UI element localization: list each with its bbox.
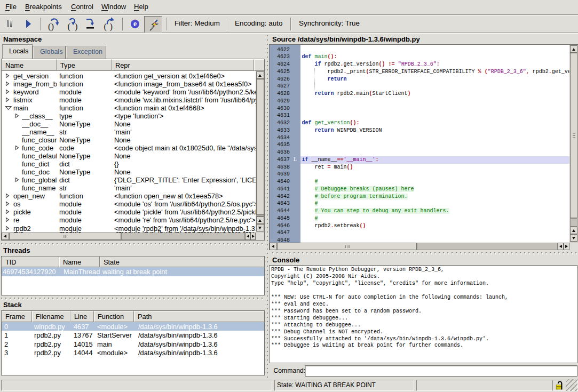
svg-text:): ) [110, 21, 113, 31]
svg-text:): ) [75, 21, 78, 31]
svg-text:(): () [48, 21, 54, 31]
svg-text:(: ( [68, 21, 71, 31]
svg-text:(: ( [104, 21, 107, 31]
